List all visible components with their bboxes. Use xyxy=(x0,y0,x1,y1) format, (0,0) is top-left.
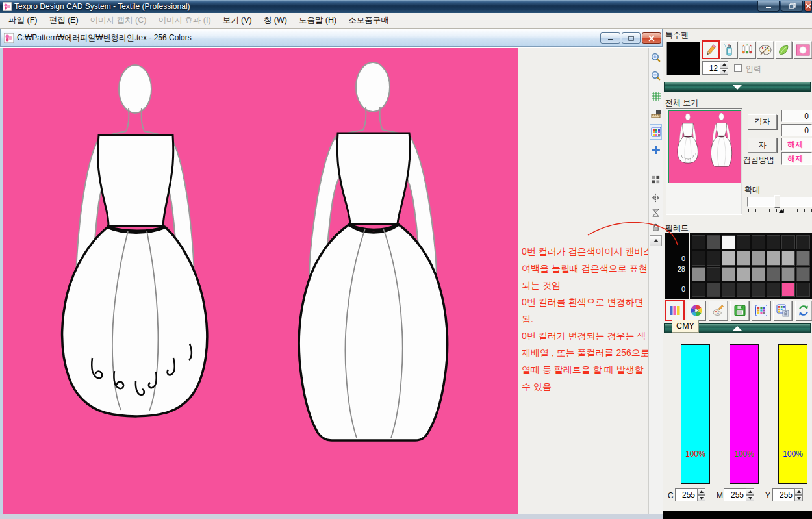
palette-swatch[interactable] xyxy=(796,267,810,281)
menu-edit[interactable]: 편집 (E) xyxy=(43,13,84,28)
tile-view-button[interactable] xyxy=(650,171,662,187)
palette-swatch[interactable] xyxy=(796,251,810,265)
refresh-palette-button[interactable] xyxy=(795,301,812,320)
palette-swatch[interactable] xyxy=(737,235,750,249)
doc-minimize-button[interactable] xyxy=(600,32,620,44)
edit-colors-button[interactable] xyxy=(709,301,728,320)
compress-button[interactable] xyxy=(650,205,662,220)
zoom-out-button[interactable] xyxy=(650,68,662,83)
palette-swatch[interactable] xyxy=(722,251,735,265)
palette-swatch[interactable] xyxy=(767,283,780,297)
palette-window-button[interactable] xyxy=(752,301,770,320)
palette-swatch[interactable] xyxy=(722,235,735,249)
magenta-bar[interactable]: 100% xyxy=(730,344,759,484)
magenta-spinner[interactable]: 255 xyxy=(724,488,754,501)
grid-button[interactable]: 격자 xyxy=(748,114,777,129)
palette-swatch[interactable] xyxy=(707,251,720,265)
palette-swatch[interactable] xyxy=(722,283,735,297)
palette-tool-button[interactable] xyxy=(757,41,774,58)
pen-color-preview[interactable] xyxy=(666,42,700,75)
palette-swatch[interactable] xyxy=(737,283,750,297)
minimize-button[interactable] xyxy=(757,1,780,12)
palette-swatch[interactable] xyxy=(781,267,795,281)
palette-swatch[interactable] xyxy=(707,283,720,297)
palette-swatch[interactable] xyxy=(737,251,750,265)
menu-view[interactable]: 보기 (V) xyxy=(217,13,258,28)
spin-up-icon[interactable] xyxy=(697,488,705,495)
pressure-checkbox[interactable] xyxy=(734,64,742,72)
palette-export-button[interactable] xyxy=(773,301,792,320)
leaf-tool-button[interactable] xyxy=(775,41,792,58)
grid-toggle-button[interactable] xyxy=(650,88,662,104)
pen-size-value[interactable]: 12 xyxy=(702,61,720,75)
palette-swatch[interactable] xyxy=(767,267,780,281)
palette-swatch[interactable] xyxy=(796,235,810,249)
palette-swatch[interactable] xyxy=(722,267,735,281)
palette-swatch[interactable] xyxy=(767,251,780,265)
palette-swatch[interactable] xyxy=(692,283,705,297)
restore-button[interactable] xyxy=(781,1,803,12)
yellow-value[interactable]: 255 xyxy=(772,488,794,501)
move-button[interactable] xyxy=(650,142,662,157)
magenta-value[interactable]: 255 xyxy=(724,488,746,501)
cmy-bars-button[interactable] xyxy=(665,301,684,320)
cmy-tab[interactable]: CMY xyxy=(672,320,699,333)
spin-down-icon[interactable] xyxy=(746,495,754,501)
color-wheel-button[interactable] xyxy=(687,301,705,320)
spin-up-icon[interactable] xyxy=(794,488,803,495)
doc-close-button[interactable] xyxy=(642,32,661,44)
close-button[interactable] xyxy=(804,1,812,12)
grid-x-field[interactable]: 0 xyxy=(781,110,812,122)
palette-swatch[interactable] xyxy=(752,235,765,249)
zoom-slider-thumb[interactable] xyxy=(774,195,780,208)
cyan-bar[interactable]: 100% xyxy=(681,344,710,484)
pen-section-divider[interactable] xyxy=(664,82,811,92)
spin-down-icon[interactable] xyxy=(794,495,803,501)
spin-up-icon[interactable] xyxy=(720,61,728,68)
ruler-toggle-button[interactable]: 자 xyxy=(748,138,777,153)
cyan-value[interactable]: 255 xyxy=(675,488,697,501)
palette-swatch[interactable] xyxy=(781,235,795,249)
palette-swatch[interactable] xyxy=(707,267,720,281)
spin-down-icon[interactable] xyxy=(697,495,705,501)
lock-button[interactable] xyxy=(650,220,662,235)
palette-view-button[interactable] xyxy=(650,124,662,140)
palette-swatch[interactable] xyxy=(692,235,705,249)
palette-swatch[interactable] xyxy=(707,235,720,249)
palette-swatch[interactable] xyxy=(796,283,810,297)
grid-y-field[interactable]: 0 xyxy=(781,124,812,136)
marker-tool-button[interactable] xyxy=(739,41,755,58)
pencil-tool-button[interactable] xyxy=(702,41,719,58)
pen-size-spinner[interactable]: 12 xyxy=(702,61,728,75)
doc-restore-button[interactable] xyxy=(622,32,641,44)
palette-swatch[interactable] xyxy=(692,251,705,265)
ruler-button[interactable] xyxy=(650,107,662,122)
palette-swatch[interactable] xyxy=(737,267,750,281)
menu-file[interactable]: 파일 (F) xyxy=(3,13,43,28)
overlap-state-field[interactable]: 해제 xyxy=(781,152,812,165)
menu-supplies[interactable]: 소모품구매 xyxy=(342,13,395,28)
yellow-spinner[interactable]: 255 xyxy=(772,488,803,501)
mirror-button[interactable] xyxy=(650,190,662,205)
menu-window[interactable]: 창 (W) xyxy=(258,13,293,28)
palette-swatch[interactable] xyxy=(752,267,765,281)
palette-swatch[interactable] xyxy=(752,251,765,265)
palette-swatch[interactable] xyxy=(692,267,705,281)
spin-down-icon[interactable] xyxy=(720,68,728,75)
shape-tool-button[interactable] xyxy=(793,41,812,58)
ruler-state-field[interactable]: 해제 xyxy=(781,138,812,151)
toolbar-scroll-up[interactable] xyxy=(650,235,662,246)
spray-tool-button[interactable] xyxy=(720,41,737,58)
overview-thumbnail[interactable] xyxy=(666,108,742,215)
palette-swatch[interactable] xyxy=(781,283,795,297)
zoom-in-button[interactable] xyxy=(650,49,662,65)
cyan-spinner[interactable]: 255 xyxy=(675,488,705,501)
pattern-canvas[interactable] xyxy=(3,48,518,514)
palette-swatch[interactable] xyxy=(767,235,780,249)
spin-up-icon[interactable] xyxy=(746,488,754,495)
yellow-bar[interactable]: 100% xyxy=(778,344,807,484)
menu-help[interactable]: 도움말 (H) xyxy=(293,13,342,28)
save-palette-button[interactable] xyxy=(730,301,749,320)
palette-swatch[interactable] xyxy=(752,283,765,297)
palette-swatch[interactable] xyxy=(781,251,795,265)
